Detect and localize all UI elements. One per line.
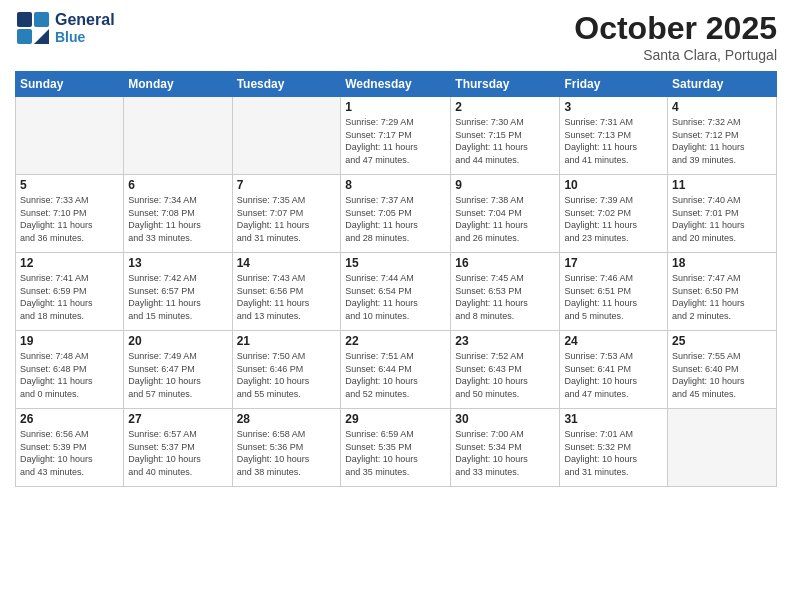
calendar-cell: 17Sunrise: 7:46 AM Sunset: 6:51 PM Dayli…: [560, 253, 668, 331]
day-number: 4: [672, 100, 772, 114]
day-number: 18: [672, 256, 772, 270]
calendar-cell: [232, 97, 341, 175]
day-number: 12: [20, 256, 119, 270]
day-info: Sunrise: 7:55 AM Sunset: 6:40 PM Dayligh…: [672, 350, 772, 400]
day-info: Sunrise: 7:40 AM Sunset: 7:01 PM Dayligh…: [672, 194, 772, 244]
svg-rect-0: [17, 12, 32, 27]
calendar-cell: 27Sunrise: 6:57 AM Sunset: 5:37 PM Dayli…: [124, 409, 232, 487]
calendar-cell: 11Sunrise: 7:40 AM Sunset: 7:01 PM Dayli…: [668, 175, 777, 253]
day-info: Sunrise: 7:44 AM Sunset: 6:54 PM Dayligh…: [345, 272, 446, 322]
day-number: 13: [128, 256, 227, 270]
month-year-title: October 2025: [574, 10, 777, 47]
calendar-week-row: 19Sunrise: 7:48 AM Sunset: 6:48 PM Dayli…: [16, 331, 777, 409]
day-info: Sunrise: 6:59 AM Sunset: 5:35 PM Dayligh…: [345, 428, 446, 478]
calendar-cell: 20Sunrise: 7:49 AM Sunset: 6:47 PM Dayli…: [124, 331, 232, 409]
day-info: Sunrise: 7:53 AM Sunset: 6:41 PM Dayligh…: [564, 350, 663, 400]
calendar-cell: 3Sunrise: 7:31 AM Sunset: 7:13 PM Daylig…: [560, 97, 668, 175]
day-number: 20: [128, 334, 227, 348]
day-number: 7: [237, 178, 337, 192]
day-number: 19: [20, 334, 119, 348]
calendar-cell: 14Sunrise: 7:43 AM Sunset: 6:56 PM Dayli…: [232, 253, 341, 331]
day-number: 16: [455, 256, 555, 270]
day-number: 23: [455, 334, 555, 348]
day-info: Sunrise: 7:29 AM Sunset: 7:17 PM Dayligh…: [345, 116, 446, 166]
day-number: 11: [672, 178, 772, 192]
day-number: 9: [455, 178, 555, 192]
calendar-cell: 19Sunrise: 7:48 AM Sunset: 6:48 PM Dayli…: [16, 331, 124, 409]
calendar-cell: 12Sunrise: 7:41 AM Sunset: 6:59 PM Dayli…: [16, 253, 124, 331]
weekday-header-sunday: Sunday: [16, 72, 124, 97]
day-info: Sunrise: 7:42 AM Sunset: 6:57 PM Dayligh…: [128, 272, 227, 322]
calendar-cell: 23Sunrise: 7:52 AM Sunset: 6:43 PM Dayli…: [451, 331, 560, 409]
day-info: Sunrise: 6:57 AM Sunset: 5:37 PM Dayligh…: [128, 428, 227, 478]
day-number: 21: [237, 334, 337, 348]
calendar-cell: 10Sunrise: 7:39 AM Sunset: 7:02 PM Dayli…: [560, 175, 668, 253]
day-number: 5: [20, 178, 119, 192]
page: General Blue October 2025 Santa Clara, P…: [0, 0, 792, 612]
day-number: 8: [345, 178, 446, 192]
calendar-week-row: 5Sunrise: 7:33 AM Sunset: 7:10 PM Daylig…: [16, 175, 777, 253]
day-info: Sunrise: 7:52 AM Sunset: 6:43 PM Dayligh…: [455, 350, 555, 400]
weekday-header-saturday: Saturday: [668, 72, 777, 97]
calendar-week-row: 12Sunrise: 7:41 AM Sunset: 6:59 PM Dayli…: [16, 253, 777, 331]
day-info: Sunrise: 7:01 AM Sunset: 5:32 PM Dayligh…: [564, 428, 663, 478]
day-info: Sunrise: 7:45 AM Sunset: 6:53 PM Dayligh…: [455, 272, 555, 322]
day-info: Sunrise: 7:34 AM Sunset: 7:08 PM Dayligh…: [128, 194, 227, 244]
calendar-cell: 22Sunrise: 7:51 AM Sunset: 6:44 PM Dayli…: [341, 331, 451, 409]
day-info: Sunrise: 7:47 AM Sunset: 6:50 PM Dayligh…: [672, 272, 772, 322]
calendar-cell: 2Sunrise: 7:30 AM Sunset: 7:15 PM Daylig…: [451, 97, 560, 175]
calendar-cell: 30Sunrise: 7:00 AM Sunset: 5:34 PM Dayli…: [451, 409, 560, 487]
logo-text-blue: Blue: [55, 29, 115, 45]
calendar-week-row: 1Sunrise: 7:29 AM Sunset: 7:17 PM Daylig…: [16, 97, 777, 175]
day-info: Sunrise: 7:50 AM Sunset: 6:46 PM Dayligh…: [237, 350, 337, 400]
calendar-cell: 31Sunrise: 7:01 AM Sunset: 5:32 PM Dayli…: [560, 409, 668, 487]
day-info: Sunrise: 7:41 AM Sunset: 6:59 PM Dayligh…: [20, 272, 119, 322]
day-number: 24: [564, 334, 663, 348]
day-number: 2: [455, 100, 555, 114]
day-info: Sunrise: 6:58 AM Sunset: 5:36 PM Dayligh…: [237, 428, 337, 478]
calendar-cell: 4Sunrise: 7:32 AM Sunset: 7:12 PM Daylig…: [668, 97, 777, 175]
day-number: 1: [345, 100, 446, 114]
calendar-cell: [16, 97, 124, 175]
calendar-cell: 1Sunrise: 7:29 AM Sunset: 7:17 PM Daylig…: [341, 97, 451, 175]
day-number: 3: [564, 100, 663, 114]
day-info: Sunrise: 7:51 AM Sunset: 6:44 PM Dayligh…: [345, 350, 446, 400]
day-info: Sunrise: 7:48 AM Sunset: 6:48 PM Dayligh…: [20, 350, 119, 400]
calendar-cell: 7Sunrise: 7:35 AM Sunset: 7:07 PM Daylig…: [232, 175, 341, 253]
calendar-cell: 5Sunrise: 7:33 AM Sunset: 7:10 PM Daylig…: [16, 175, 124, 253]
day-number: 31: [564, 412, 663, 426]
calendar-cell: [668, 409, 777, 487]
calendar-cell: 29Sunrise: 6:59 AM Sunset: 5:35 PM Dayli…: [341, 409, 451, 487]
day-number: 28: [237, 412, 337, 426]
day-number: 14: [237, 256, 337, 270]
calendar-cell: 25Sunrise: 7:55 AM Sunset: 6:40 PM Dayli…: [668, 331, 777, 409]
weekday-header-row: SundayMondayTuesdayWednesdayThursdayFrid…: [16, 72, 777, 97]
day-number: 22: [345, 334, 446, 348]
calendar-cell: [124, 97, 232, 175]
day-info: Sunrise: 7:38 AM Sunset: 7:04 PM Dayligh…: [455, 194, 555, 244]
day-info: Sunrise: 7:32 AM Sunset: 7:12 PM Dayligh…: [672, 116, 772, 166]
logo-text-general: General: [55, 11, 115, 29]
day-info: Sunrise: 7:46 AM Sunset: 6:51 PM Dayligh…: [564, 272, 663, 322]
svg-rect-1: [34, 12, 49, 27]
day-info: Sunrise: 7:00 AM Sunset: 5:34 PM Dayligh…: [455, 428, 555, 478]
day-info: Sunrise: 6:56 AM Sunset: 5:39 PM Dayligh…: [20, 428, 119, 478]
calendar-cell: 16Sunrise: 7:45 AM Sunset: 6:53 PM Dayli…: [451, 253, 560, 331]
calendar-cell: 9Sunrise: 7:38 AM Sunset: 7:04 PM Daylig…: [451, 175, 560, 253]
day-number: 27: [128, 412, 227, 426]
day-number: 26: [20, 412, 119, 426]
calendar-cell: 13Sunrise: 7:42 AM Sunset: 6:57 PM Dayli…: [124, 253, 232, 331]
svg-marker-3: [34, 29, 49, 44]
calendar-cell: 28Sunrise: 6:58 AM Sunset: 5:36 PM Dayli…: [232, 409, 341, 487]
day-number: 6: [128, 178, 227, 192]
calendar-cell: 6Sunrise: 7:34 AM Sunset: 7:08 PM Daylig…: [124, 175, 232, 253]
weekday-header-thursday: Thursday: [451, 72, 560, 97]
weekday-header-wednesday: Wednesday: [341, 72, 451, 97]
day-info: Sunrise: 7:30 AM Sunset: 7:15 PM Dayligh…: [455, 116, 555, 166]
day-number: 25: [672, 334, 772, 348]
day-info: Sunrise: 7:39 AM Sunset: 7:02 PM Dayligh…: [564, 194, 663, 244]
calendar-cell: 21Sunrise: 7:50 AM Sunset: 6:46 PM Dayli…: [232, 331, 341, 409]
calendar-cell: 8Sunrise: 7:37 AM Sunset: 7:05 PM Daylig…: [341, 175, 451, 253]
calendar-cell: 24Sunrise: 7:53 AM Sunset: 6:41 PM Dayli…: [560, 331, 668, 409]
day-info: Sunrise: 7:35 AM Sunset: 7:07 PM Dayligh…: [237, 194, 337, 244]
